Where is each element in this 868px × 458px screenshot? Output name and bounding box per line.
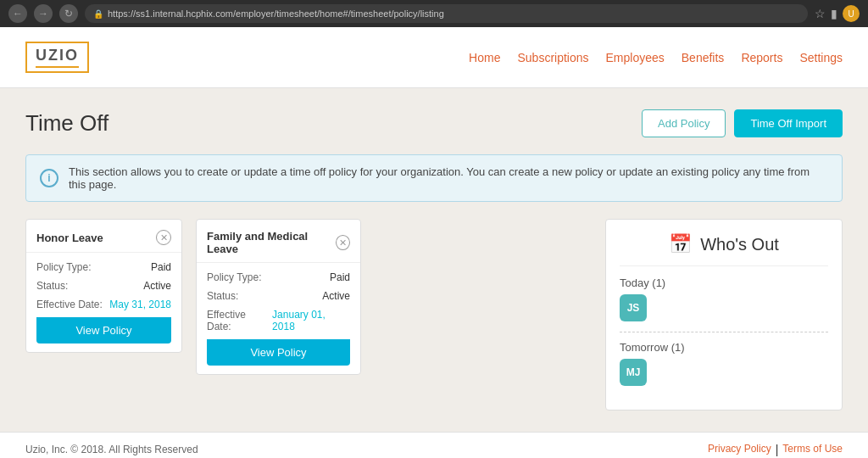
whos-out-header: 📅 Who's Out [620, 233, 828, 266]
honor-leave-view-policy-button[interactable]: View Policy [36, 317, 171, 344]
nav-employees[interactable]: Employees [606, 51, 665, 64]
family-medical-leave-view-policy-button[interactable]: View Policy [207, 339, 350, 366]
family-medical-leave-policy-type-row: Policy Type: Paid [207, 271, 350, 283]
back-button[interactable]: ← [8, 4, 27, 23]
whos-out-today-employee-js: JS [620, 294, 647, 321]
browser-right-icons: ☆ ▮ U [815, 5, 860, 22]
add-policy-button[interactable]: Add Policy [642, 109, 726, 137]
extension-icon[interactable]: ▮ [831, 7, 837, 20]
honor-leave-policy-type-label: Policy Type: [36, 261, 91, 273]
footer-links: Privacy Policy | Terms of Use [708, 443, 843, 456]
honor-leave-body: Policy Type: Paid Status: Active Effecti… [26, 253, 181, 352]
info-banner-text: This section allows you to create or upd… [69, 165, 828, 191]
honor-leave-title: Honor Leave [36, 232, 103, 244]
family-medical-leave-policy-type-label: Policy Type: [207, 271, 261, 283]
honor-leave-status-value: Active [143, 280, 171, 292]
nav-subscriptions[interactable]: Subscriptions [517, 51, 588, 64]
nav-home[interactable]: Home [469, 51, 500, 64]
family-medical-leave-status-value: Active [322, 290, 350, 302]
page-title: Time Off [25, 110, 108, 137]
whos-out-today-section: Today (1) JS [620, 276, 828, 321]
honor-leave-policy-type-value: Paid [151, 261, 171, 273]
family-medical-leave-date-value: January 01, 2018 [272, 309, 350, 332]
header-buttons: Add Policy Time Off Import [642, 109, 843, 137]
time-off-import-button[interactable]: Time Off Import [734, 109, 843, 137]
nav-links: Home Subscriptions Employees Benefits Re… [469, 51, 843, 64]
honor-leave-header: Honor Leave ✕ [26, 220, 181, 253]
whos-out-today-label: Today (1) [620, 276, 828, 289]
whos-out-divider [620, 332, 828, 332]
logo-text: UZIO [36, 47, 79, 64]
family-medical-leave-status-label: Status: [207, 290, 238, 302]
whos-out-title: Who's Out [700, 235, 779, 254]
family-medical-leave-date-row: Effective Date: January 01, 2018 [207, 309, 350, 332]
star-icon[interactable]: ☆ [815, 7, 826, 20]
top-nav: UZIO Home Subscriptions Employees Benefi… [0, 27, 868, 88]
family-medical-leave-header: Family and Medical Leave ✕ [197, 220, 360, 263]
browser-bar: ← → ↻ 🔒 https://ss1.internal.hcphix.com/… [0, 0, 868, 27]
family-medical-leave-close-button[interactable]: ✕ [336, 235, 350, 250]
whos-out-card: 📅 Who's Out Today (1) JS Tomorrow (1) MJ [605, 219, 843, 411]
footer-separator: | [776, 443, 779, 456]
family-medical-leave-card: Family and Medical Leave ✕ Policy Type: … [196, 219, 361, 375]
honor-leave-date-value: May 31, 2018 [109, 299, 171, 310]
lock-icon: 🔒 [93, 9, 103, 19]
privacy-policy-link[interactable]: Privacy Policy [708, 443, 771, 456]
logo-underline [36, 66, 79, 68]
info-banner: i This section allows you to create or u… [25, 154, 843, 202]
calendar-icon: 📅 [669, 233, 692, 255]
forward-button[interactable]: → [34, 4, 53, 23]
refresh-button[interactable]: ↻ [59, 4, 78, 23]
info-icon: i [40, 169, 58, 187]
nav-settings[interactable]: Settings [799, 51, 843, 64]
nav-benefits[interactable]: Benefits [682, 51, 725, 64]
whos-out-tomorrow-section: Tomorrow (1) MJ [620, 341, 828, 386]
honor-leave-status-label: Status: [36, 280, 68, 292]
footer: Uzio, Inc. © 2018. All Rights Reserved P… [0, 432, 868, 458]
main-content: Time Off Add Policy Time Off Import i Th… [0, 88, 868, 432]
url-text: https://ss1.internal.hcphix.com/employer… [108, 8, 444, 19]
browser-avatar: U [843, 5, 860, 22]
terms-of-use-link[interactable]: Terms of Use [782, 443, 843, 456]
honor-leave-date-label: Effective Date: [36, 299, 103, 310]
family-medical-leave-title: Family and Medical Leave [207, 230, 336, 255]
honor-leave-status-row: Status: Active [36, 280, 171, 292]
family-medical-leave-policy-type-value: Paid [330, 271, 350, 283]
whos-out-tomorrow-employee-mj: MJ [620, 359, 647, 386]
honor-leave-policy-type-row: Policy Type: Paid [36, 261, 171, 273]
honor-leave-date-row: Effective Date: May 31, 2018 [36, 299, 171, 310]
footer-copyright: Uzio, Inc. © 2018. All Rights Reserved [25, 444, 198, 455]
whos-out-tomorrow-label: Tomorrow (1) [620, 341, 828, 354]
honor-leave-card: Honor Leave ✕ Policy Type: Paid Status: … [25, 219, 182, 353]
nav-reports[interactable]: Reports [741, 51, 782, 64]
cards-area: Honor Leave ✕ Policy Type: Paid Status: … [25, 219, 843, 411]
honor-leave-close-button[interactable]: ✕ [156, 230, 171, 245]
logo[interactable]: UZIO [25, 42, 89, 73]
page-header: Time Off Add Policy Time Off Import [25, 109, 843, 137]
family-medical-leave-status-row: Status: Active [207, 290, 350, 302]
url-bar[interactable]: 🔒 https://ss1.internal.hcphix.com/employ… [85, 4, 808, 23]
family-medical-leave-date-label: Effective Date: [207, 309, 272, 332]
family-medical-leave-body: Policy Type: Paid Status: Active Effecti… [197, 263, 360, 374]
